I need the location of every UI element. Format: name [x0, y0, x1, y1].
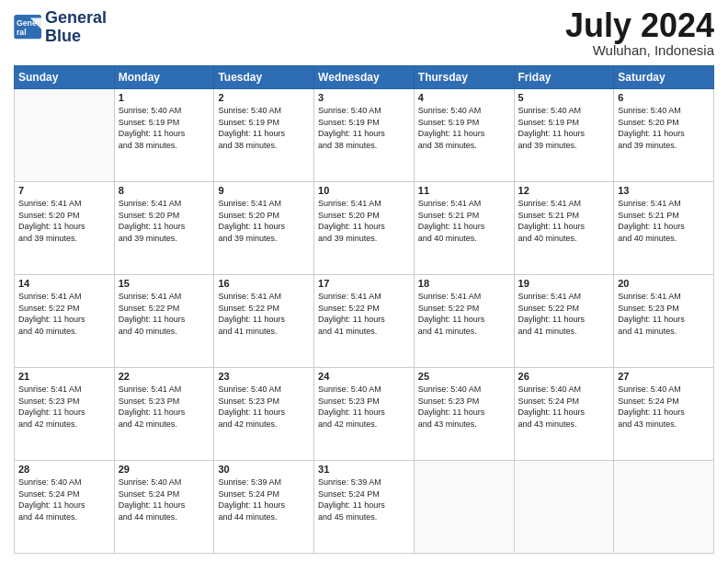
header-monday: Monday	[114, 66, 214, 89]
day-number: 23	[218, 371, 310, 382]
logo-line1: General	[45, 9, 107, 28]
calendar-week-row: 14Sunrise: 5:41 AM Sunset: 5:22 PM Dayli…	[15, 275, 714, 368]
day-number: 20	[618, 278, 710, 289]
day-number: 26	[518, 371, 610, 382]
table-row: 20Sunrise: 5:41 AM Sunset: 5:23 PM Dayli…	[614, 275, 714, 368]
table-row: 24Sunrise: 5:40 AM Sunset: 5:23 PM Dayli…	[314, 368, 415, 461]
table-row: 26Sunrise: 5:40 AM Sunset: 5:24 PM Dayli…	[514, 368, 614, 461]
day-number: 14	[18, 278, 110, 289]
day-info: Sunrise: 5:41 AM Sunset: 5:23 PM Dayligh…	[119, 384, 210, 430]
day-number: 25	[418, 371, 510, 382]
day-number: 9	[218, 185, 310, 196]
calendar-table: Sunday Monday Tuesday Wednesday Thursday…	[14, 65, 714, 554]
table-row	[15, 89, 115, 182]
page: Gene ral General Blue July 2024 Wuluhan,…	[0, 0, 728, 563]
day-info: Sunrise: 5:41 AM Sunset: 5:22 PM Dayligh…	[418, 291, 510, 337]
day-number: 24	[318, 371, 410, 382]
logo-icon: Gene ral	[14, 15, 43, 40]
day-info: Sunrise: 5:40 AM Sunset: 5:23 PM Dayligh…	[418, 384, 510, 430]
day-info: Sunrise: 5:40 AM Sunset: 5:24 PM Dayligh…	[18, 477, 110, 523]
header-thursday: Thursday	[414, 66, 514, 89]
table-row	[414, 461, 514, 554]
header: Gene ral General Blue July 2024 Wuluhan,…	[14, 9, 714, 58]
day-number: 16	[218, 278, 310, 289]
table-row: 27Sunrise: 5:40 AM Sunset: 5:24 PM Dayli…	[614, 368, 714, 461]
day-info: Sunrise: 5:39 AM Sunset: 5:24 PM Dayligh…	[218, 477, 310, 523]
svg-text:ral: ral	[17, 28, 27, 37]
day-number: 15	[119, 278, 210, 289]
day-info: Sunrise: 5:41 AM Sunset: 5:22 PM Dayligh…	[518, 291, 610, 337]
day-info: Sunrise: 5:41 AM Sunset: 5:20 PM Dayligh…	[318, 198, 410, 244]
day-info: Sunrise: 5:41 AM Sunset: 5:22 PM Dayligh…	[119, 291, 210, 337]
day-number: 17	[318, 278, 410, 289]
logo: Gene ral General Blue	[14, 9, 107, 46]
day-info: Sunrise: 5:40 AM Sunset: 5:24 PM Dayligh…	[518, 384, 610, 430]
table-row: 15Sunrise: 5:41 AM Sunset: 5:22 PM Dayli…	[114, 275, 214, 368]
logo-text: General Blue	[45, 9, 107, 46]
table-row: 5Sunrise: 5:40 AM Sunset: 5:19 PM Daylig…	[514, 89, 614, 182]
table-row: 29Sunrise: 5:40 AM Sunset: 5:24 PM Dayli…	[114, 461, 214, 554]
table-row: 3Sunrise: 5:40 AM Sunset: 5:19 PM Daylig…	[314, 89, 415, 182]
day-info: Sunrise: 5:41 AM Sunset: 5:22 PM Dayligh…	[318, 291, 410, 337]
table-row: 11Sunrise: 5:41 AM Sunset: 5:21 PM Dayli…	[414, 182, 514, 275]
table-row: 12Sunrise: 5:41 AM Sunset: 5:21 PM Dayli…	[514, 182, 614, 275]
title-block: July 2024 Wuluhan, Indonesia	[565, 9, 714, 58]
day-info: Sunrise: 5:40 AM Sunset: 5:19 PM Dayligh…	[518, 105, 610, 151]
day-number: 22	[119, 371, 210, 382]
day-info: Sunrise: 5:41 AM Sunset: 5:21 PM Dayligh…	[518, 198, 610, 244]
table-row: 14Sunrise: 5:41 AM Sunset: 5:22 PM Dayli…	[15, 275, 115, 368]
day-info: Sunrise: 5:40 AM Sunset: 5:24 PM Dayligh…	[618, 384, 710, 430]
table-row: 18Sunrise: 5:41 AM Sunset: 5:22 PM Dayli…	[414, 275, 514, 368]
day-number: 21	[18, 371, 110, 382]
svg-text:Gene: Gene	[17, 18, 37, 28]
day-number: 13	[618, 185, 710, 196]
day-info: Sunrise: 5:41 AM Sunset: 5:23 PM Dayligh…	[18, 384, 110, 430]
table-row: 8Sunrise: 5:41 AM Sunset: 5:20 PM Daylig…	[114, 182, 214, 275]
day-number: 18	[418, 278, 510, 289]
day-number: 31	[318, 464, 410, 475]
day-info: Sunrise: 5:41 AM Sunset: 5:22 PM Dayligh…	[18, 291, 110, 337]
table-row	[614, 461, 714, 554]
day-number: 30	[218, 464, 310, 475]
header-friday: Friday	[514, 66, 614, 89]
table-row: 10Sunrise: 5:41 AM Sunset: 5:20 PM Dayli…	[314, 182, 415, 275]
day-number: 4	[418, 92, 510, 103]
day-number: 27	[618, 371, 710, 382]
calendar-week-row: 28Sunrise: 5:40 AM Sunset: 5:24 PM Dayli…	[15, 461, 714, 554]
day-info: Sunrise: 5:41 AM Sunset: 5:21 PM Dayligh…	[618, 198, 710, 244]
day-info: Sunrise: 5:40 AM Sunset: 5:20 PM Dayligh…	[618, 105, 710, 151]
table-row: 9Sunrise: 5:41 AM Sunset: 5:20 PM Daylig…	[214, 182, 314, 275]
table-row: 7Sunrise: 5:41 AM Sunset: 5:20 PM Daylig…	[15, 182, 115, 275]
day-info: Sunrise: 5:40 AM Sunset: 5:19 PM Dayligh…	[318, 105, 410, 151]
header-saturday: Saturday	[614, 66, 714, 89]
day-info: Sunrise: 5:40 AM Sunset: 5:19 PM Dayligh…	[218, 105, 310, 151]
table-row: 21Sunrise: 5:41 AM Sunset: 5:23 PM Dayli…	[15, 368, 115, 461]
day-number: 28	[18, 464, 110, 475]
day-number: 5	[518, 92, 610, 103]
calendar-week-row: 21Sunrise: 5:41 AM Sunset: 5:23 PM Dayli…	[15, 368, 714, 461]
day-number: 1	[119, 92, 210, 103]
day-info: Sunrise: 5:41 AM Sunset: 5:20 PM Dayligh…	[18, 198, 110, 244]
day-info: Sunrise: 5:40 AM Sunset: 5:19 PM Dayligh…	[418, 105, 510, 151]
table-row: 2Sunrise: 5:40 AM Sunset: 5:19 PM Daylig…	[214, 89, 314, 182]
table-row: 4Sunrise: 5:40 AM Sunset: 5:19 PM Daylig…	[414, 89, 514, 182]
table-row: 22Sunrise: 5:41 AM Sunset: 5:23 PM Dayli…	[114, 368, 214, 461]
day-number: 8	[119, 185, 210, 196]
day-info: Sunrise: 5:41 AM Sunset: 5:20 PM Dayligh…	[119, 198, 210, 244]
day-info: Sunrise: 5:40 AM Sunset: 5:24 PM Dayligh…	[119, 477, 210, 523]
logo-line2: Blue	[45, 28, 107, 46]
table-row: 6Sunrise: 5:40 AM Sunset: 5:20 PM Daylig…	[614, 89, 714, 182]
day-info: Sunrise: 5:41 AM Sunset: 5:21 PM Dayligh…	[418, 198, 510, 244]
calendar-week-row: 1Sunrise: 5:40 AM Sunset: 5:19 PM Daylig…	[15, 89, 714, 182]
day-info: Sunrise: 5:41 AM Sunset: 5:23 PM Dayligh…	[618, 291, 710, 337]
month-title: July 2024	[565, 9, 714, 42]
location: Wuluhan, Indonesia	[565, 42, 714, 58]
table-row: 25Sunrise: 5:40 AM Sunset: 5:23 PM Dayli…	[414, 368, 514, 461]
day-number: 29	[119, 464, 210, 475]
table-row: 17Sunrise: 5:41 AM Sunset: 5:22 PM Dayli…	[314, 275, 415, 368]
day-number: 10	[318, 185, 410, 196]
day-number: 3	[318, 92, 410, 103]
day-info: Sunrise: 5:40 AM Sunset: 5:23 PM Dayligh…	[218, 384, 310, 430]
day-info: Sunrise: 5:41 AM Sunset: 5:20 PM Dayligh…	[218, 198, 310, 244]
day-info: Sunrise: 5:41 AM Sunset: 5:22 PM Dayligh…	[218, 291, 310, 337]
